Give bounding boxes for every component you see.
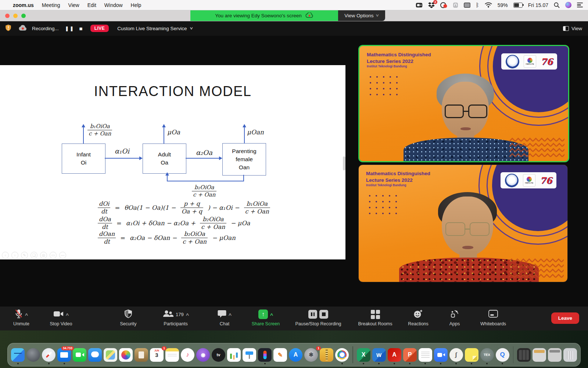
menu-help[interactable]: Help	[127, 2, 146, 8]
dock-texshop[interactable]: TEX	[480, 348, 494, 362]
dock-powerpoint[interactable]: P	[403, 348, 417, 362]
dock-maps[interactable]	[104, 348, 117, 362]
diagram-box-parenting-female: ParentingfemaleOan	[222, 143, 266, 176]
video-tile-participant[interactable]: FMIPA-ITB 76 Mathematics DistinguishedLe…	[358, 164, 568, 282]
video-tile-active-speaker[interactable]: FMIPA-ITB 76 Mathematics DistinguishedLe…	[358, 45, 569, 162]
audio-options-caret[interactable]: ∧	[24, 312, 29, 317]
dock-trash[interactable]	[563, 348, 577, 362]
dock-finder[interactable]	[11, 348, 25, 362]
dock-keynote[interactable]	[243, 348, 256, 362]
view-options-dropdown[interactable]: View Options ∧	[338, 10, 385, 21]
view-layout-icon	[563, 26, 569, 31]
display-icon[interactable]	[464, 2, 470, 8]
slide-navigator-control-icon[interactable]: ❏	[31, 252, 37, 259]
more-control-icon[interactable]: —	[59, 252, 66, 259]
dock-numbers[interactable]	[227, 348, 241, 362]
itb-logo	[505, 174, 519, 187]
participants-button[interactable]: 179 ∧ Participants	[148, 309, 203, 326]
fullscreen-window-button[interactable]	[21, 14, 26, 18]
logo-strip: FMIPA-ITB 76	[501, 172, 556, 188]
dock-excel[interactable]: X	[357, 348, 370, 362]
menu-meeting[interactable]: Meeting	[38, 2, 64, 8]
chat-options-caret[interactable]: ∧	[228, 312, 232, 317]
spotlight-icon[interactable]	[554, 2, 560, 8]
dock-calendar[interactable]: 31	[150, 348, 164, 362]
dock-music[interactable]: ♪	[181, 348, 194, 362]
view-layout-button[interactable]: View	[563, 21, 582, 36]
video-options-caret[interactable]: ∧	[65, 312, 69, 317]
dock-acrobat[interactable]: A	[388, 348, 401, 362]
dock-zoom[interactable]	[434, 348, 448, 362]
dock-latexit[interactable]: ∫	[449, 348, 463, 362]
pause-recording-icon[interactable]: ❚❚	[65, 26, 75, 31]
dock-safari[interactable]	[42, 348, 55, 362]
security-button[interactable]: Security	[104, 309, 152, 326]
dock-textedit[interactable]	[419, 348, 432, 362]
stop-recording-icon[interactable]	[319, 310, 328, 319]
stop-recording-icon[interactable]: ■	[79, 25, 83, 32]
dock-minimized-window-2[interactable]	[533, 348, 546, 362]
dock-pages[interactable]: ✎	[273, 348, 287, 362]
close-window-button[interactable]	[5, 14, 10, 18]
menu-edit[interactable]: Edit	[83, 2, 100, 8]
next-control-icon[interactable]: ›	[11, 252, 18, 259]
leave-button[interactable]: Leave	[551, 312, 579, 324]
dock-stickies[interactable]	[465, 348, 478, 362]
dock-contacts[interactable]	[135, 348, 148, 362]
dock-facetime[interactable]	[73, 348, 86, 362]
dock-archive-utility[interactable]	[320, 348, 333, 362]
wifi-icon[interactable]	[485, 2, 492, 8]
control-center-icon[interactable]	[577, 2, 583, 8]
stream-service-dropdown[interactable]: Custom Live Streaming Service ∧	[117, 26, 193, 31]
dock-system-preferences[interactable]: ✱1	[304, 348, 318, 362]
dock-launchpad[interactable]	[26, 348, 40, 362]
dock-app-store[interactable]: A	[289, 348, 302, 362]
share-screen-button[interactable]: ↑ ∧ Share Screen	[242, 309, 290, 326]
dock-minimized-window-3[interactable]	[548, 348, 562, 362]
dock-apple-tv[interactable]: tv	[212, 348, 225, 362]
dock-podcasts[interactable]: ◉	[196, 348, 210, 362]
captions-control-icon[interactable]: ▭	[50, 252, 57, 259]
security-warning-icon[interactable]	[5, 24, 11, 32]
running-indicator	[424, 363, 426, 364]
dock-word[interactable]: W	[372, 348, 386, 362]
arrow-infant-to-adult	[105, 158, 140, 159]
dock-chrome[interactable]	[335, 348, 349, 362]
participants-caret[interactable]: ∧	[185, 312, 190, 317]
previous-control-icon[interactable]: ‹	[2, 252, 9, 259]
breakout-rooms-button[interactable]: Breakout Rooms	[349, 309, 401, 326]
menu-view[interactable]: View	[64, 2, 83, 8]
video-panel-resize-handle[interactable]	[343, 156, 345, 170]
denominator: c + Oan	[244, 208, 270, 215]
fraction: b₂OiOac + Oan	[200, 216, 226, 231]
pause-stop-recording-button[interactable]: Pause/Stop Recording	[285, 309, 351, 326]
dock-mail[interactable]: 34.733	[57, 348, 71, 362]
annotate-pen-control-icon[interactable]: ✎	[21, 252, 28, 259]
menu-zoom-us[interactable]: zoom.us	[9, 2, 38, 8]
siri-icon[interactable]	[565, 2, 571, 8]
chat-button[interactable]: ∧ Chat	[201, 309, 248, 326]
bluetooth-icon[interactable]: ᛒ	[476, 2, 479, 8]
pause-recording-icon[interactable]	[308, 310, 317, 319]
zigzag-decoration	[509, 138, 564, 158]
stop-video-button[interactable]: ∧ Stop Video	[37, 309, 85, 326]
zoom-slide-control-icon[interactable]: ◎	[40, 252, 47, 259]
minimize-window-button[interactable]	[13, 14, 18, 18]
dock-figma[interactable]	[258, 348, 272, 362]
denominator: Oa + q	[180, 208, 203, 215]
dock-messages[interactable]	[88, 348, 102, 362]
arrow-adult-out	[164, 127, 164, 144]
whiteboards-button[interactable]: Whiteboards	[471, 309, 515, 326]
dock-notes[interactable]	[165, 348, 179, 362]
screen-record-icon[interactable]	[440, 2, 447, 8]
screen-mirroring-icon[interactable]	[416, 2, 423, 8]
dock-quicktime[interactable]: Q	[496, 348, 509, 362]
menu-clock[interactable]: Fri 15.07	[528, 2, 548, 8]
share-options-caret[interactable]: ∧	[269, 312, 274, 317]
password-manager-icon[interactable]	[453, 2, 458, 8]
dock-photos[interactable]	[119, 348, 133, 362]
dropbox-icon[interactable]: 2	[428, 2, 435, 8]
running-indicator	[471, 363, 472, 364]
menu-window[interactable]: Window	[100, 2, 127, 8]
dock-minimized-window-1[interactable]	[517, 348, 531, 362]
